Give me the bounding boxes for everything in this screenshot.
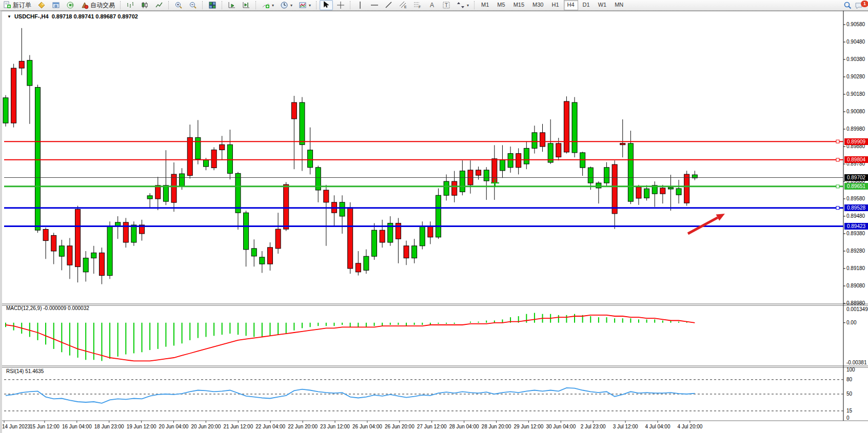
- candle: [155, 185, 161, 199]
- candle: [492, 159, 497, 183]
- candlestick-chart-button[interactable]: [138, 0, 151, 10]
- candlestick-icon: [141, 1, 149, 9]
- notifications-button[interactable]: 1: [855, 1, 865, 10]
- candle: [227, 145, 232, 173]
- vertical-line-button[interactable]: [353, 0, 367, 10]
- new-order-label: 新订单: [13, 1, 31, 10]
- price-tick-label: 0.89080: [846, 283, 865, 288]
- new-chart-button[interactable]: [35, 0, 48, 10]
- candle: [99, 253, 104, 275]
- candle: [187, 137, 192, 175]
- timeframe-h4[interactable]: H4: [564, 0, 578, 10]
- text-label-icon: T: [442, 1, 450, 9]
- candle: [436, 195, 441, 237]
- tile-windows-button[interactable]: [206, 0, 219, 10]
- timeframe-mn[interactable]: MN: [611, 0, 627, 10]
- arrows-button[interactable]: ▾: [454, 0, 471, 10]
- candle: [484, 170, 489, 181]
- macd-signal-line: [6, 315, 695, 361]
- text-button[interactable]: A: [425, 0, 439, 10]
- candle: [356, 263, 361, 272]
- candle: [91, 253, 96, 258]
- autotrading-button[interactable]: 自动交易: [78, 0, 117, 10]
- trendline-icon: [385, 1, 393, 9]
- date-label: 4 Jul 04:00: [645, 424, 670, 429]
- templates-button[interactable]: ▾: [296, 0, 313, 10]
- candle: [684, 174, 689, 203]
- timeframe-m5[interactable]: M5: [494, 0, 508, 10]
- chart-plot-area[interactable]: [0, 11, 868, 433]
- horizontal-line-icon: [370, 1, 379, 9]
- line-chart-icon: [155, 1, 163, 9]
- market-watch-button[interactable]: [64, 0, 77, 10]
- chevron-down-icon: ▾: [272, 3, 274, 8]
- candle: [195, 137, 201, 159]
- new-chart-icon: [37, 1, 46, 9]
- line-handle[interactable]: [836, 140, 839, 143]
- equidistant-channel-button[interactable]: E: [397, 0, 410, 10]
- candle: [444, 181, 449, 195]
- line-handle[interactable]: [836, 185, 839, 188]
- chart-ohlc-readout: 0.89718 0.89741 0.89687 0.89702: [52, 13, 138, 19]
- candle: [171, 174, 176, 202]
- bar-chart-button[interactable]: [124, 0, 137, 10]
- candle: [460, 171, 465, 192]
- timeframe-w1[interactable]: W1: [595, 0, 610, 10]
- candle: [556, 143, 561, 157]
- timeframe-m30[interactable]: M30: [529, 0, 547, 10]
- template-icon: [299, 1, 307, 9]
- rsi-label: RSI(14) 51.4635: [6, 368, 44, 374]
- text-icon: A: [428, 1, 436, 9]
- indicators-button[interactable]: ▾: [259, 0, 277, 10]
- candle: [235, 173, 241, 213]
- toolbar-separator: [255, 1, 257, 9]
- auto-scroll-icon: [228, 1, 236, 9]
- text-label-button[interactable]: T: [440, 0, 453, 10]
- macd-label: MACD(12,26,9) -0.000009 0.000032: [6, 305, 89, 311]
- horizontal-line-button[interactable]: [368, 0, 381, 10]
- candle: [364, 256, 369, 270]
- collapse-triangle-icon[interactable]: ▼: [7, 14, 11, 19]
- crosshair-button[interactable]: [334, 0, 347, 10]
- search-icon[interactable]: [843, 1, 852, 9]
- candle: [163, 185, 168, 201]
- rsi-axis-80: 80: [846, 377, 852, 382]
- profiles-button[interactable]: [49, 0, 63, 10]
- rsi-axis-15: 15: [846, 408, 852, 414]
- candle: [244, 213, 249, 250]
- chart-shift-button[interactable]: [240, 0, 253, 10]
- auto-scroll-button[interactable]: [225, 0, 239, 10]
- candle: [620, 143, 625, 145]
- candle: [180, 174, 185, 186]
- toolbar-separator: [350, 1, 351, 9]
- zoom-in-button[interactable]: [172, 0, 185, 10]
- toolbar-separator: [222, 1, 223, 9]
- price-tick-label: 0.89480: [846, 213, 865, 219]
- line-chart-button[interactable]: [152, 0, 166, 10]
- date-label: 2 Jul 23:00: [581, 424, 606, 429]
- date-label: 15 Jun 12:00: [30, 424, 60, 429]
- candle: [59, 246, 64, 256]
- fibonacci-button[interactable]: F: [411, 0, 424, 10]
- timeframe-m1[interactable]: M1: [478, 0, 492, 10]
- timeframe-h1[interactable]: H1: [548, 0, 562, 10]
- candle: [51, 235, 56, 251]
- price-tick-label: 0.89180: [846, 265, 865, 271]
- line-handle[interactable]: [836, 207, 839, 210]
- autotrading-label: 自动交易: [90, 1, 115, 10]
- candle: [636, 187, 641, 198]
- line-handle[interactable]: [836, 158, 839, 161]
- candle: [251, 249, 257, 256]
- timeframe-d1[interactable]: D1: [579, 0, 594, 10]
- candle: [596, 183, 601, 188]
- candle: [43, 230, 48, 241]
- trendline-button[interactable]: [382, 0, 396, 10]
- date-label: 20 Jun 04:00: [159, 424, 189, 429]
- timeframe-m15[interactable]: M15: [510, 0, 528, 10]
- candle: [380, 230, 385, 242]
- cursor-button[interactable]: [320, 0, 333, 10]
- periods-button[interactable]: ▾: [278, 0, 295, 10]
- new-order-button[interactable]: 新订单: [1, 0, 34, 10]
- candle: [107, 226, 112, 275]
- zoom-out-button[interactable]: [186, 0, 200, 10]
